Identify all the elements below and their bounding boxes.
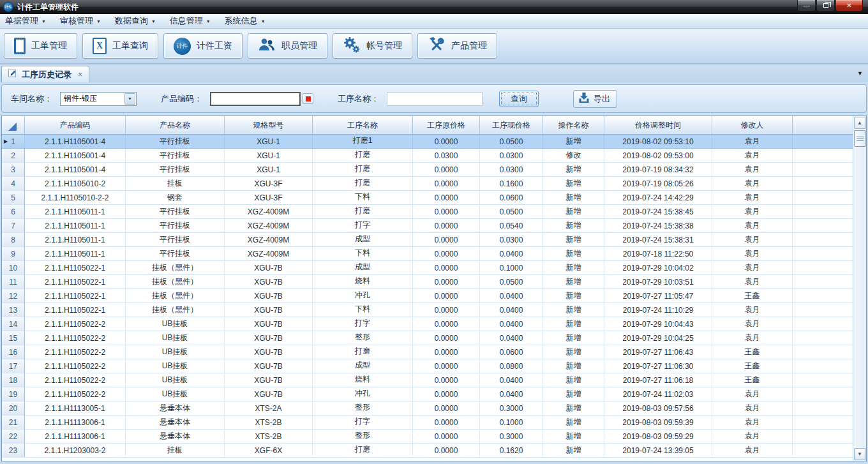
table-cell[interactable]: XGU-7B [225, 359, 313, 373]
table-cell[interactable]: 成型 [313, 233, 413, 247]
title-bar[interactable]: 计件 计件工单管理软件 — ✕ [0, 0, 868, 14]
column-header[interactable]: 工序名称 [313, 116, 413, 134]
table-cell[interactable]: 整形 [313, 401, 413, 415]
table-row[interactable]: 32.1.1.H1105001-4平行挂板XGU-1打磨0.00000.0300… [2, 163, 853, 177]
account-manage-button[interactable]: 帐号管理 [333, 33, 412, 59]
restore-button[interactable] [816, 0, 835, 11]
table-cell[interactable]: 平行挂板 [126, 247, 225, 261]
table-cell[interactable]: XGU-7B [225, 289, 313, 303]
table-cell[interactable]: 烧料 [313, 275, 413, 289]
row-number-cell[interactable]: 12 [2, 289, 25, 303]
table-cell[interactable]: 王鑫 [712, 373, 793, 387]
query-button[interactable]: 查询 [499, 91, 539, 107]
table-cell[interactable]: 袁月 [712, 430, 793, 444]
table-cell[interactable]: 平行挂板 [126, 219, 225, 233]
table-cell[interactable]: 悬垂本体 [126, 430, 225, 444]
table-cell[interactable]: 0.0000 [413, 177, 480, 191]
table-cell[interactable]: 新增 [543, 191, 604, 205]
table-cell[interactable]: 2019-07-29 10:03:51 [604, 275, 712, 289]
process-name-input[interactable] [387, 92, 483, 106]
table-cell[interactable]: 2.1.1.H1105022-1 [25, 303, 126, 317]
table-cell[interactable]: UB挂板 [126, 345, 225, 359]
table-cell[interactable]: 打磨 [313, 205, 413, 219]
table-cell[interactable]: 0.0000 [413, 359, 480, 373]
table-row[interactable]: 72.1.1.H1105011-1平行挂板XGZ-4009M打字0.00000.… [2, 219, 853, 233]
table-cell[interactable]: 0.0000 [413, 415, 480, 430]
select-all-corner[interactable] [2, 116, 25, 134]
table-cell[interactable]: 下料 [313, 303, 413, 317]
table-cell[interactable]: 0.0300 [480, 149, 543, 163]
table-cell[interactable]: 0.0000 [413, 289, 480, 303]
table-cell[interactable]: 2.1.1.H1105011-1 [25, 219, 126, 233]
table-cell[interactable]: 0.0400 [480, 373, 543, 387]
table-cell[interactable]: 0.0000 [413, 373, 480, 387]
table-cell[interactable]: 2019-08-03 09:59:29 [604, 430, 712, 444]
table-cell[interactable]: 2019-07-24 14:42:29 [604, 191, 712, 205]
table-row[interactable]: 22.1.1.H1105001-4平行挂板XGU-1打磨0.03000.0300… [2, 149, 853, 163]
table-cell[interactable]: 2019-07-27 11:06:30 [604, 359, 712, 373]
row-number-cell[interactable]: 10 [2, 261, 25, 275]
table-row[interactable]: 112.1.1.H1105022-1挂板（黑件）XGU-7B烧料0.00000.… [2, 275, 853, 289]
table-cell[interactable]: XGU-7B [225, 261, 313, 275]
table-cell[interactable]: 新增 [543, 289, 604, 303]
table-cell[interactable]: 新增 [543, 275, 604, 289]
table-cell[interactable]: 2.1.1.H1105022-1 [25, 275, 126, 289]
table-cell[interactable]: 打磨 [313, 177, 413, 191]
table-cell[interactable]: 新增 [543, 135, 604, 149]
row-number-cell[interactable]: 2 [2, 149, 25, 163]
table-cell[interactable]: 0.0300 [413, 149, 480, 163]
table-cell[interactable]: 2019-08-03 09:59:39 [604, 415, 712, 430]
table-cell[interactable]: 挂板 [126, 444, 225, 458]
table-cell[interactable]: 袁月 [712, 415, 793, 430]
table-cell[interactable]: 0.0500 [480, 275, 543, 289]
table-cell[interactable]: 下料 [313, 191, 413, 205]
table-cell[interactable]: 平行挂板 [126, 163, 225, 177]
table-cell[interactable]: 挂板（黑件） [126, 289, 225, 303]
table-cell[interactable]: 新增 [543, 444, 604, 458]
table-cell[interactable]: 袁月 [712, 303, 793, 317]
product-manage-button[interactable]: 产品管理 [417, 33, 497, 59]
table-cell[interactable]: XTS-2B [225, 430, 313, 444]
table-cell[interactable]: 2.1.1.H1105022-1 [25, 261, 126, 275]
table-cell[interactable]: 袁月 [712, 135, 793, 149]
table-cell[interactable]: 0.0000 [413, 345, 480, 359]
table-cell[interactable]: 0.0000 [413, 233, 480, 247]
table-cell[interactable]: 王鑫 [712, 345, 793, 359]
workorder-query-button[interactable]: X 工单查询 [82, 33, 158, 59]
table-cell[interactable]: 冲孔 [313, 289, 413, 303]
table-cell[interactable]: XGZ-4009M [225, 205, 313, 219]
table-row[interactable]: 42.1.1.H1105010-2挂板XGU-3F打磨0.00000.1600新… [2, 177, 853, 191]
column-header[interactable]: 产品名称 [126, 116, 225, 134]
scroll-down-icon[interactable]: ▼ [854, 448, 866, 460]
table-cell[interactable]: XGZ-4009M [225, 233, 313, 247]
tab-list-dropdown-icon[interactable]: ▼ [857, 70, 863, 77]
table-cell[interactable]: 2019-07-29 10:04:25 [604, 331, 712, 345]
table-row[interactable]: 122.1.1.H1105022-1挂板（黑件）XGU-7B冲孔0.00000.… [2, 289, 853, 303]
tab-close-icon[interactable]: × [78, 70, 82, 79]
minimize-button[interactable]: — [797, 0, 816, 11]
table-cell[interactable]: 2019-07-24 15:38:45 [604, 205, 712, 219]
table-cell[interactable]: 平行挂板 [126, 233, 225, 247]
table-cell[interactable]: 悬垂本体 [126, 401, 225, 415]
row-number-cell[interactable]: 20 [2, 401, 25, 415]
table-cell[interactable]: 袁月 [712, 387, 793, 401]
menu-item[interactable]: 数据查询▼ [115, 15, 156, 27]
table-cell[interactable]: 打字 [313, 415, 413, 430]
row-number-cell[interactable]: 4 [2, 177, 25, 191]
table-cell[interactable]: 2.1.1.H1105022-2 [25, 331, 126, 345]
table-cell[interactable]: 2019-07-19 08:05:26 [604, 177, 712, 191]
table-cell[interactable]: 新增 [543, 430, 604, 444]
scrollbar-thumb[interactable] [854, 130, 866, 147]
column-header[interactable]: 操作名称 [543, 116, 604, 134]
table-cell[interactable]: 2019-07-27 11:06:18 [604, 373, 712, 387]
table-row[interactable]: 232.1.1.H1203003-2挂板XGF-6X打磨0.00000.1620… [2, 444, 853, 458]
table-cell[interactable]: 0.0000 [413, 401, 480, 415]
table-cell[interactable]: 新增 [543, 247, 604, 261]
table-cell[interactable]: 0.3000 [480, 401, 543, 415]
table-cell[interactable]: 0.1000 [480, 261, 543, 275]
row-number-cell[interactable]: 18 [2, 373, 25, 387]
table-cell[interactable]: UB挂板 [126, 317, 225, 331]
menu-item[interactable]: 单据管理▼ [5, 15, 46, 27]
table-cell[interactable]: 2019-07-19 08:34:32 [604, 163, 712, 177]
table-cell[interactable]: 袁月 [712, 275, 793, 289]
